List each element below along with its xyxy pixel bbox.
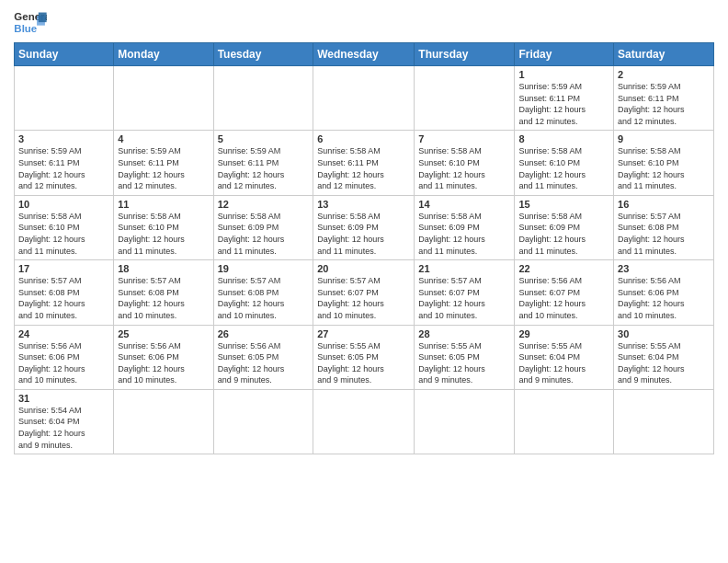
day-number: 14 [418,199,510,210]
calendar-page: General Blue SundayMondayTuesdayWednesda… [0,0,728,563]
weekday-header-wednesday: Wednesday [313,43,415,66]
day-cell [515,389,614,454]
week-row-5: 31Sunrise: 5:54 AM Sunset: 6:04 PM Dayli… [15,389,714,454]
logo: General Blue [14,9,47,37]
day-info: Sunrise: 5:58 AM Sunset: 6:10 PM Dayligh… [418,145,510,191]
day-cell: 4Sunrise: 5:59 AM Sunset: 6:11 PM Daylig… [114,131,213,195]
day-number: 23 [618,263,710,274]
day-number: 28 [418,328,510,339]
day-cell: 23Sunrise: 5:56 AM Sunset: 6:06 PM Dayli… [614,260,714,325]
day-number: 25 [118,328,209,339]
day-cell: 7Sunrise: 5:58 AM Sunset: 6:10 PM Daylig… [415,131,515,195]
day-cell: 12Sunrise: 5:58 AM Sunset: 6:09 PM Dayli… [213,195,313,259]
day-cell: 20Sunrise: 5:57 AM Sunset: 6:07 PM Dayli… [313,260,415,325]
day-number: 3 [18,133,109,144]
day-info: Sunrise: 5:58 AM Sunset: 6:09 PM Dayligh… [218,211,310,257]
day-cell: 6Sunrise: 5:58 AM Sunset: 6:11 PM Daylig… [313,131,415,195]
day-cell: 18Sunrise: 5:57 AM Sunset: 6:08 PM Dayli… [114,260,213,325]
day-info: Sunrise: 5:55 AM Sunset: 6:05 PM Dayligh… [317,340,410,386]
day-info: Sunrise: 5:56 AM Sunset: 6:05 PM Dayligh… [218,340,310,386]
day-number: 19 [218,263,310,274]
day-number: 27 [317,328,410,339]
day-cell: 17Sunrise: 5:57 AM Sunset: 6:08 PM Dayli… [15,260,114,325]
day-cell: 14Sunrise: 5:58 AM Sunset: 6:09 PM Dayli… [415,195,515,259]
day-number: 12 [218,199,310,210]
day-info: Sunrise: 5:59 AM Sunset: 6:11 PM Dayligh… [618,81,710,127]
day-cell: 22Sunrise: 5:56 AM Sunset: 6:07 PM Dayli… [515,260,614,325]
day-number: 26 [218,328,310,339]
week-row-2: 10Sunrise: 5:58 AM Sunset: 6:10 PM Dayli… [15,195,714,259]
day-cell [114,389,213,454]
weekday-header-sunday: Sunday [15,43,114,66]
day-number: 1 [518,69,609,80]
day-number: 8 [518,133,609,144]
day-number: 18 [118,263,209,274]
day-info: Sunrise: 5:57 AM Sunset: 6:07 PM Dayligh… [317,275,410,321]
weekday-row: SundayMondayTuesdayWednesdayThursdayFrid… [15,43,714,66]
day-info: Sunrise: 5:56 AM Sunset: 6:06 PM Dayligh… [118,340,209,386]
day-cell: 21Sunrise: 5:57 AM Sunset: 6:07 PM Dayli… [415,260,515,325]
day-cell [114,66,213,131]
day-info: Sunrise: 5:58 AM Sunset: 6:09 PM Dayligh… [518,211,609,257]
day-cell: 19Sunrise: 5:57 AM Sunset: 6:08 PM Dayli… [213,260,313,325]
day-number: 31 [18,393,109,404]
day-info: Sunrise: 5:57 AM Sunset: 6:07 PM Dayligh… [418,275,510,321]
day-cell: 2Sunrise: 5:59 AM Sunset: 6:11 PM Daylig… [614,66,714,131]
week-row-1: 3Sunrise: 5:59 AM Sunset: 6:11 PM Daylig… [15,131,714,195]
day-info: Sunrise: 5:58 AM Sunset: 6:10 PM Dayligh… [518,145,609,191]
calendar-table: SundayMondayTuesdayWednesdayThursdayFrid… [14,42,714,454]
weekday-header-thursday: Thursday [415,43,515,66]
day-info: Sunrise: 5:58 AM Sunset: 6:09 PM Dayligh… [317,211,410,257]
day-info: Sunrise: 5:59 AM Sunset: 6:11 PM Dayligh… [118,145,209,191]
day-cell: 9Sunrise: 5:58 AM Sunset: 6:10 PM Daylig… [614,131,714,195]
day-number: 16 [618,199,710,210]
day-number: 22 [518,263,609,274]
day-cell: 1Sunrise: 5:59 AM Sunset: 6:11 PM Daylig… [515,66,614,131]
day-cell: 28Sunrise: 5:55 AM Sunset: 6:05 PM Dayli… [415,325,515,389]
day-number: 5 [218,133,310,144]
day-info: Sunrise: 5:58 AM Sunset: 6:10 PM Dayligh… [118,211,209,257]
weekday-header-tuesday: Tuesday [213,43,313,66]
day-info: Sunrise: 5:58 AM Sunset: 6:10 PM Dayligh… [18,211,109,257]
day-number: 30 [618,328,710,339]
day-info: Sunrise: 5:56 AM Sunset: 6:06 PM Dayligh… [618,275,710,321]
day-info: Sunrise: 5:58 AM Sunset: 6:10 PM Dayligh… [618,145,710,191]
day-cell: 30Sunrise: 5:55 AM Sunset: 6:04 PM Dayli… [614,325,714,389]
day-number: 11 [118,199,209,210]
day-info: Sunrise: 5:55 AM Sunset: 6:04 PM Dayligh… [618,340,710,386]
svg-marker-3 [39,13,47,23]
day-info: Sunrise: 5:55 AM Sunset: 6:05 PM Dayligh… [418,340,510,386]
day-cell: 24Sunrise: 5:56 AM Sunset: 6:06 PM Dayli… [15,325,114,389]
day-info: Sunrise: 5:56 AM Sunset: 6:06 PM Dayligh… [18,340,109,386]
day-cell: 25Sunrise: 5:56 AM Sunset: 6:06 PM Dayli… [114,325,213,389]
week-row-4: 24Sunrise: 5:56 AM Sunset: 6:06 PM Dayli… [15,325,714,389]
day-info: Sunrise: 5:57 AM Sunset: 6:08 PM Dayligh… [118,275,209,321]
day-cell [213,389,313,454]
day-info: Sunrise: 5:54 AM Sunset: 6:04 PM Dayligh… [18,405,109,451]
day-number: 21 [418,263,510,274]
calendar-header: SundayMondayTuesdayWednesdayThursdayFrid… [15,43,714,66]
day-info: Sunrise: 5:57 AM Sunset: 6:08 PM Dayligh… [618,211,710,257]
day-number: 7 [418,133,510,144]
day-cell: 8Sunrise: 5:58 AM Sunset: 6:10 PM Daylig… [515,131,614,195]
weekday-header-saturday: Saturday [614,43,714,66]
day-cell [415,66,515,131]
header-area: General Blue [14,9,714,37]
svg-text:Blue: Blue [14,23,37,34]
day-number: 6 [317,133,410,144]
day-cell: 16Sunrise: 5:57 AM Sunset: 6:08 PM Dayli… [614,195,714,259]
logo-icon: General Blue [14,9,47,37]
day-cell: 10Sunrise: 5:58 AM Sunset: 6:10 PM Dayli… [15,195,114,259]
day-cell: 13Sunrise: 5:58 AM Sunset: 6:09 PM Dayli… [313,195,415,259]
day-cell [15,66,114,131]
day-number: 4 [118,133,209,144]
day-info: Sunrise: 5:58 AM Sunset: 6:11 PM Dayligh… [317,145,410,191]
week-row-0: 1Sunrise: 5:59 AM Sunset: 6:11 PM Daylig… [15,66,714,131]
day-info: Sunrise: 5:59 AM Sunset: 6:11 PM Dayligh… [518,81,609,127]
calendar-body: 1Sunrise: 5:59 AM Sunset: 6:11 PM Daylig… [15,66,714,454]
day-info: Sunrise: 5:59 AM Sunset: 6:11 PM Dayligh… [218,145,310,191]
day-number: 9 [618,133,710,144]
day-number: 15 [518,199,609,210]
day-cell: 29Sunrise: 5:55 AM Sunset: 6:04 PM Dayli… [515,325,614,389]
week-row-3: 17Sunrise: 5:57 AM Sunset: 6:08 PM Dayli… [15,260,714,325]
